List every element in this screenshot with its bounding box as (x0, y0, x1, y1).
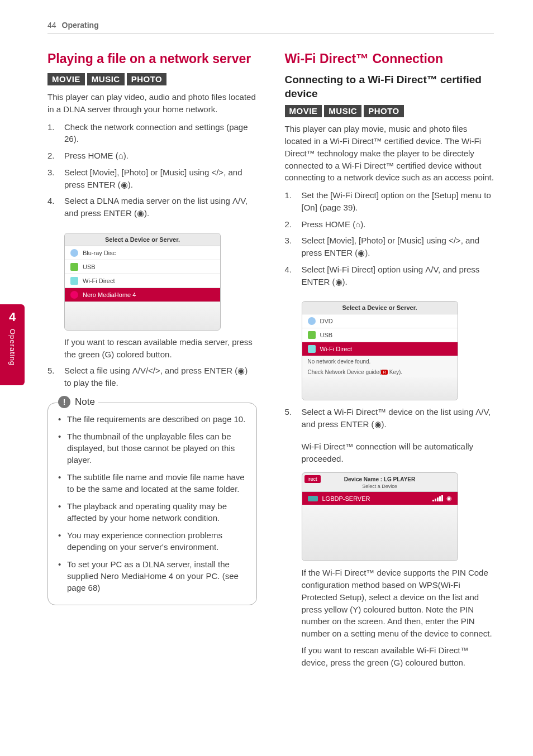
left-column: Playing a file on a network server MOVIE… (47, 50, 257, 673)
wifi-icon (308, 345, 316, 353)
left-intro: This player can play video, audio and ph… (47, 91, 257, 116)
right-steps: Set the [Wi-Fi Direct] option on the [Se… (285, 189, 494, 292)
note-header: ! Note (58, 396, 98, 408)
badge-movie: MOVIE (47, 73, 85, 85)
step-item: Select a file using Λ/V/</>, and press E… (47, 365, 257, 389)
enter-icon: ◉ (446, 495, 452, 502)
media-badges: MOVIE MUSIC PHOTO (285, 105, 494, 117)
badge-music: MUSIC (324, 105, 361, 117)
device-row-selected: LGBDP-SERVER ◉ (302, 492, 458, 505)
note-item: You may experience connection problems d… (58, 529, 246, 553)
note-label: Note (75, 396, 95, 408)
right-step5: Select a Wi-Fi Direct™ device on the lis… (285, 406, 494, 435)
tab-label: irect (304, 475, 321, 483)
badge-photo: PHOTO (364, 105, 404, 117)
step-item: Press HOME (⌂). (47, 150, 257, 162)
note-item: The thumbnail of the unplayable files ca… (58, 430, 246, 466)
step-item: Select a Wi-Fi Direct™ device on the lis… (285, 406, 494, 430)
wifi-icon (70, 277, 78, 285)
list-item: Blu-ray Disc (65, 246, 220, 260)
server-icon (70, 291, 78, 299)
list-item: USB (65, 260, 220, 274)
page-number: 44 (47, 21, 56, 30)
step-item: Press HOME (⌂). (285, 218, 494, 231)
step-item: Select [Wi-Fi Direct] option using Λ/V, … (285, 264, 494, 288)
rescan-note: If you want to rescan available media se… (47, 336, 257, 361)
note-box: ! Note The file requirements are describ… (47, 403, 257, 605)
right-subtitle: Connecting to a Wi-Fi Direct™ certified … (285, 73, 494, 101)
step5-followup: Wi-Fi Direct™ connection will be automat… (285, 441, 494, 465)
right-intro: This player can play movie, music and ph… (285, 123, 494, 184)
step-item: Set the [Wi-Fi Direct] option on the [Se… (285, 189, 494, 214)
left-steps: Check the network connection and setting… (47, 121, 257, 224)
device-list-screenshot: Select a Device or Server. Blu-ray Disc … (64, 233, 221, 331)
badge-music: MUSIC (87, 73, 125, 85)
chapter-number: 4 (9, 310, 16, 324)
usb-icon (70, 263, 78, 271)
note-item: To set your PC as a DLNA server, install… (58, 558, 246, 594)
right-title: Wi-Fi Direct™ Connection (285, 50, 494, 68)
screenshot-message: Check Network Device guide(R Key). (302, 367, 458, 377)
note-bullets: The file requirements are described on p… (58, 413, 246, 594)
device-name-label: Device Name : LG PLAYER (302, 473, 458, 484)
wps-note: If the Wi-Fi Direct™ device supports the… (285, 567, 494, 640)
step-item: Select [Movie], [Photo] or [Music] using… (47, 166, 257, 191)
list-item: DVD (302, 314, 458, 328)
wifi-direct-device-screenshot: irect Device Name : LG PLAYER Select a D… (302, 472, 458, 561)
screenshot-title: Select a Device or Server. (302, 302, 458, 314)
chapter-side-tab: 4 Operating (0, 304, 25, 385)
list-item: USB (302, 328, 458, 342)
right-column: Wi-Fi Direct™ Connection Connecting to a… (285, 50, 494, 673)
screenshot-message: No network device found. (302, 356, 458, 367)
disc-icon (308, 317, 316, 325)
screenshot-title: Select a Device or Server. (65, 233, 220, 246)
signal-icon (432, 495, 443, 501)
note-item: The playback and operating quality may b… (58, 500, 246, 524)
chapter-label: Operating (8, 329, 17, 366)
note-item: The file requirements are described on p… (58, 413, 246, 425)
left-title: Playing a file on a network server (47, 50, 257, 68)
step-item: Select a DLNA media server on the list u… (47, 195, 257, 219)
left-step5: Select a file using Λ/V/</>, and press E… (47, 365, 257, 394)
list-item: Wi-Fi Direct (65, 274, 220, 288)
usb-icon (308, 331, 316, 339)
step-item: Select [Movie], [Photo] or [Music] using… (285, 235, 494, 259)
select-device-label: Select a Device (302, 484, 458, 492)
list-item-selected: Nero MediaHome 4 (65, 288, 220, 302)
device-list-screenshot: Select a Device or Server. DVD USB Wi-Fi… (302, 301, 458, 400)
rescan-note: If you want to rescan available Wi-Fi Di… (285, 644, 494, 669)
media-badges: MOVIE MUSIC PHOTO (47, 73, 257, 85)
disc-icon (70, 249, 78, 257)
page-header: 44 Operating (47, 21, 494, 34)
list-item-selected: Wi-Fi Direct (302, 342, 458, 356)
red-key-icon: R (381, 370, 388, 375)
info-icon: ! (58, 396, 70, 408)
badge-movie: MOVIE (285, 105, 322, 117)
badge-photo: PHOTO (127, 73, 167, 85)
device-icon (308, 496, 318, 501)
note-item: The subtitle file name and movie file na… (58, 471, 246, 495)
section-name: Operating (62, 21, 99, 30)
step-item: Check the network connection and setting… (47, 121, 257, 146)
